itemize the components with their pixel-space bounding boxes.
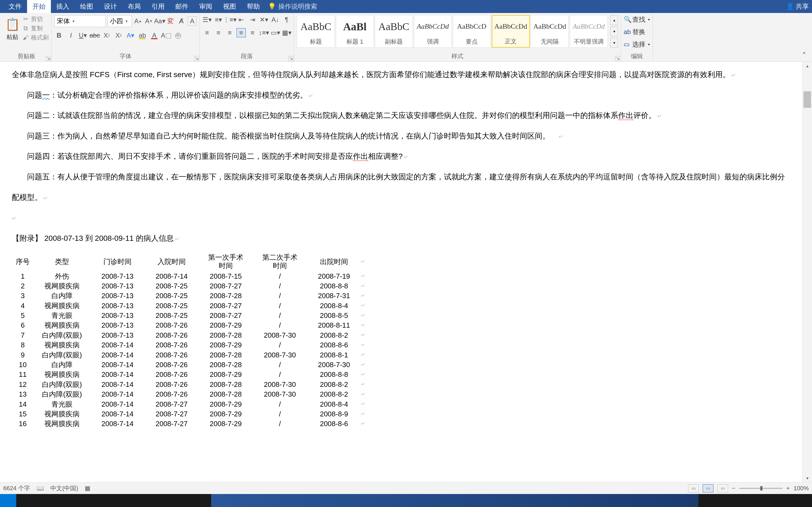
start-button[interactable] xyxy=(0,494,16,507)
bullets-icon[interactable]: ☰▾ xyxy=(203,15,212,24)
style-无间隔[interactable]: AaBbCcDd无间隔 xyxy=(531,15,569,48)
menu-设计[interactable]: 设计 xyxy=(99,0,122,13)
spellcheck-icon[interactable]: 📖 xyxy=(37,485,44,492)
menu-插入[interactable]: 插入 xyxy=(51,0,75,13)
show-marks-icon[interactable]: ¶ xyxy=(282,15,291,24)
print-layout-icon[interactable]: ▭ xyxy=(703,484,713,492)
menu-引用[interactable]: 引用 xyxy=(146,0,170,13)
q1-text: ：试分析确定合理的评价指标体系，用以评价该问题的病床安排模型的优劣。 xyxy=(50,91,308,99)
decrease-font-icon[interactable]: A▼ xyxy=(144,16,154,26)
zoom-level[interactable]: 100% xyxy=(794,485,809,492)
increase-font-icon[interactable]: A▲ xyxy=(133,16,143,26)
character-border-icon[interactable]: A xyxy=(187,16,197,26)
decrease-indent-icon[interactable]: ⇤ xyxy=(236,15,246,24)
menu-开始[interactable]: 开始 xyxy=(27,0,51,13)
distributed-icon[interactable]: ≡ xyxy=(248,28,257,37)
align-center-icon[interactable]: ≡ xyxy=(214,28,223,37)
macro-icon[interactable]: ▦ xyxy=(85,485,91,492)
text-effects-icon[interactable]: A▾ xyxy=(126,31,135,40)
phonetic-guide-icon[interactable]: 変 xyxy=(166,16,175,26)
strikethrough-button[interactable]: abc xyxy=(90,31,99,40)
style-强调[interactable]: AaBbCcDd强调 xyxy=(414,15,452,48)
style-正文[interactable]: AaBbCcDd正文 xyxy=(492,15,530,48)
read-mode-icon[interactable]: ▭ xyxy=(688,484,699,492)
styles-down-icon[interactable]: ▾ xyxy=(610,26,618,36)
styles-more-icon[interactable]: ▾ xyxy=(610,38,618,48)
table-cell: 3 xyxy=(12,291,34,300)
italic-button[interactable]: I xyxy=(66,31,75,40)
table-cell: 视网膜疾病 xyxy=(34,409,91,419)
font-name-dropdown[interactable]: 宋体▾ xyxy=(54,15,106,27)
zoom-knob[interactable] xyxy=(760,486,762,491)
asian-layout-icon[interactable]: ✕▾ xyxy=(259,15,269,24)
share-button[interactable]: 👤 共享 xyxy=(786,2,809,11)
styles-up-icon[interactable]: ▴ xyxy=(610,15,618,25)
align-right-icon[interactable]: ≡ xyxy=(225,28,234,37)
styles-launcher[interactable]: ↘ xyxy=(615,56,620,61)
line-spacing-icon[interactable]: ↕≡▾ xyxy=(259,28,269,37)
scroll-down-icon[interactable]: ▾ xyxy=(803,474,812,482)
collapse-ribbon-icon[interactable]: ˄ xyxy=(798,49,810,61)
increase-indent-icon[interactable]: ⇥ xyxy=(248,15,257,24)
tell-me-search[interactable]: 💡 操作说明搜索 xyxy=(268,2,317,11)
zoom-slider[interactable] xyxy=(739,488,782,489)
zoom-out-icon[interactable]: − xyxy=(732,485,736,492)
style-要点[interactable]: AaBbCcD要点 xyxy=(453,15,491,48)
table-cell: 白内障(双眼) xyxy=(34,380,91,389)
character-shading-icon[interactable]: A⬚ xyxy=(162,31,171,40)
menu-绘图[interactable]: 绘图 xyxy=(75,0,99,13)
font-color-icon[interactable]: A xyxy=(150,31,159,40)
borders-icon[interactable]: ▦▾ xyxy=(282,28,291,37)
zoom-in-icon[interactable]: + xyxy=(786,485,790,492)
menu-帮助[interactable]: 帮助 xyxy=(241,0,265,13)
table-cell: 2008-7-29 xyxy=(199,320,253,330)
format-painter-button[interactable]: 🖌格式刷 xyxy=(22,34,49,42)
web-layout-icon[interactable]: ▭ xyxy=(717,484,728,492)
find-button[interactable]: 🔍查找▾ xyxy=(624,15,650,24)
clipboard-launcher[interactable]: ↘ xyxy=(46,56,51,61)
paste-button[interactable]: 📋 粘贴 xyxy=(4,15,20,42)
menu-文件[interactable]: 文件 xyxy=(3,0,27,13)
taskbar-apps[interactable] xyxy=(16,494,211,507)
paragraph-launcher[interactable]: ↘ xyxy=(288,56,293,61)
document-page[interactable]: 全体非急症病人是按照 FCFS（First come, First serve）… xyxy=(0,62,802,482)
table-cell: / xyxy=(253,311,307,320)
clear-formatting-icon[interactable]: A̸ xyxy=(177,16,186,26)
font-launcher[interactable]: ↘ xyxy=(194,56,199,61)
word-count[interactable]: 6624 个字 xyxy=(3,484,30,492)
vertical-scrollbar[interactable]: ▴ ▾ xyxy=(802,62,812,482)
scroll-up-icon[interactable]: ▴ xyxy=(803,62,812,70)
cut-button[interactable]: ✂剪切 xyxy=(22,15,49,23)
taskbar[interactable] xyxy=(0,494,812,507)
highlight-color-icon[interactable]: ab xyxy=(138,31,147,40)
style-标题[interactable]: AaBbC标题 xyxy=(297,15,335,48)
menu-邮件[interactable]: 邮件 xyxy=(170,0,194,13)
menu-布局[interactable]: 布局 xyxy=(122,0,146,13)
numbering-icon[interactable]: ≡▾ xyxy=(214,15,223,24)
align-left-icon[interactable]: ≡ xyxy=(203,28,212,37)
scroll-thumb[interactable] xyxy=(804,92,811,108)
justify-icon[interactable]: ≡ xyxy=(236,28,246,37)
table-header: 出院时间 xyxy=(307,252,361,271)
subscript-button[interactable]: X2 xyxy=(102,31,111,40)
sort-icon[interactable]: A↓ xyxy=(271,15,280,24)
scroll-track[interactable] xyxy=(803,70,812,474)
change-case-icon[interactable]: Aa▾ xyxy=(155,16,164,26)
copy-button[interactable]: ⧉复制 xyxy=(22,24,49,33)
enclose-characters-icon[interactable]: ㊥ xyxy=(173,31,183,40)
menu-审阅[interactable]: 审阅 xyxy=(194,0,218,13)
underline-button[interactable]: U▾ xyxy=(78,31,88,40)
bold-button[interactable]: B xyxy=(54,31,64,40)
system-tray[interactable] xyxy=(698,494,812,507)
language-status[interactable]: 中文(中国) xyxy=(50,484,78,492)
style-标题 1[interactable]: AaBl标题 1 xyxy=(336,15,374,48)
font-size-dropdown[interactable]: 小四▾ xyxy=(107,15,132,27)
replace-button[interactable]: ab替换 xyxy=(624,27,645,36)
style-副标题[interactable]: AaBbC副标题 xyxy=(375,15,413,48)
shading-icon[interactable]: ▭▾ xyxy=(271,28,280,37)
superscript-button[interactable]: X2 xyxy=(114,31,123,40)
multilevel-list-icon[interactable]: ⋮≡▾ xyxy=(225,15,234,24)
menu-视图[interactable]: 视图 xyxy=(218,0,241,13)
style-不明显强调[interactable]: AaBbCcDd不明显强调 xyxy=(570,15,608,48)
select-button[interactable]: ▭选择▾ xyxy=(624,40,650,49)
